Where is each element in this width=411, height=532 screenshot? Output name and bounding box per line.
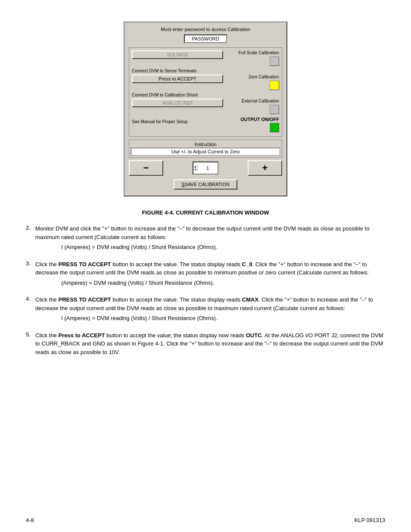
item-indent-3: (Amperes) = DVM reading (Volts) / Shunt … <box>35 279 385 287</box>
save-calibration-button[interactable]: SSAVE CALIBRATION <box>174 179 237 190</box>
page-footer: 4-8 KLP 091313 <box>26 517 385 523</box>
password-input[interactable] <box>184 34 227 43</box>
list-item: 3. Click the PRESS TO ACCEPT button to a… <box>26 260 385 289</box>
zero-cal-indicator <box>270 81 279 90</box>
connect-dvm-sense-label: Connect DVM to Sense Terminals <box>132 68 279 73</box>
item-num-4: 4. <box>26 296 35 302</box>
voltage-row: VOLTAGE Full Scale Calibration <box>132 50 279 66</box>
full-scale-label: Full Scale Calibration <box>239 50 280 55</box>
arrow-down-icon[interactable]: ▼ <box>194 168 197 171</box>
save-btn-row: SSAVE CALIBRATION <box>129 179 282 190</box>
accept-row: Press to ACCEPT Zero Calibration <box>132 75 279 90</box>
output-on-off-label: OUTPUT ON/OFF <box>240 117 279 122</box>
zero-cal-label: Zero Calibration <box>249 75 279 79</box>
external-cal-indicator <box>270 105 279 114</box>
item-num-3: 3. <box>26 260 35 267</box>
item-indent-4: I (Amperes) = DVM reading (Volts) / Shun… <box>35 314 385 323</box>
page: Must enter password to access Calibratio… <box>0 0 411 532</box>
full-scale-indicator <box>270 56 279 66</box>
arrow-up-icon[interactable]: ▲ <box>194 165 197 168</box>
output-on-off-indicator <box>270 123 279 132</box>
spinner-arrows[interactable]: ▲ ▼ <box>193 165 198 171</box>
list-item: 5. Click the Press to ACCEPT button to a… <box>26 331 385 358</box>
window-container: Must enter password to access Calibratio… <box>26 22 385 196</box>
list-item: 2. Monitor DVM and click the "+" button … <box>26 224 385 253</box>
save-cal-label: SSAVE CALIBRATION <box>181 182 229 187</box>
voltage-button[interactable]: VOLTAGE <box>132 50 223 59</box>
doc-reference: KLP 091313 <box>355 517 385 523</box>
connect-dvm-shunt-label: Connect DVM to Calibration Shunt <box>132 93 279 97</box>
bold-press-accept-4: PRESS TO ACCEPT <box>58 296 111 303</box>
item-num-2: 2. <box>26 224 35 231</box>
item-num-5: 5. <box>26 331 35 338</box>
see-manual-label: See Manual for Proper Setup <box>132 117 188 124</box>
instruction-text: Use +/- to Adjust Current to Zero <box>131 148 280 156</box>
adjust-value[interactable]: 1 <box>198 165 218 171</box>
item-content-4: Click the PRESS TO ACCEPT button to acce… <box>35 296 385 324</box>
item-content-2: Monitor DVM and click the "+" button to … <box>35 224 385 253</box>
plus-button[interactable]: + <box>248 160 282 176</box>
item-content-3: Click the PRESS TO ACCEPT button to acce… <box>35 260 385 289</box>
list-item: 4. Click the PRESS TO ACCEPT button to a… <box>26 296 385 324</box>
instruction-title: Instruction <box>131 142 280 147</box>
analog-ref-row: ANALOG REF External Calibration <box>132 99 279 114</box>
minus-button[interactable]: − <box>129 160 163 176</box>
password-label: Must enter password to access Calibratio… <box>129 27 282 32</box>
bold-c0: C_0 <box>242 261 252 268</box>
bold-press-accept-3: PRESS TO ACCEPT <box>58 261 111 268</box>
external-cal-label: External Calibration <box>242 99 279 103</box>
figure-caption: FIGURE 4-4. CURRENT CALIBRATION WINDOW <box>26 209 385 216</box>
item-content-5: Click the Press to ACCEPT button to acce… <box>35 331 385 358</box>
adjust-number-input: ▲ ▼ 1 <box>193 162 218 174</box>
calibration-grid: VOLTAGE Full Scale Calibration Connect D… <box>129 47 282 137</box>
bold-cmax: CMAX <box>242 296 258 303</box>
item-indent-2: I (Amperes) = DVM reading (Volts) / Shun… <box>35 243 385 252</box>
page-number: 4-8 <box>26 517 34 523</box>
instruction-box: Instruction Use +/- to Adjust Current to… <box>129 140 282 158</box>
bold-press-accept-5: Press to ACCEPT <box>58 332 105 339</box>
press-accept-button[interactable]: Press to ACCEPT <box>132 75 223 83</box>
bold-outc: OUTC <box>246 332 262 339</box>
adjust-row: − ▲ ▼ 1 + <box>129 160 282 176</box>
calibration-window: Must enter password to access Calibratio… <box>124 22 287 196</box>
analog-ref-button[interactable]: ANALOG REF <box>132 99 223 107</box>
